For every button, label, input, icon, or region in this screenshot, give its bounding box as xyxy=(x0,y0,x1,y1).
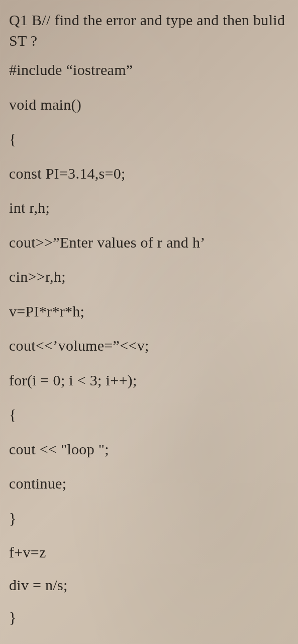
code-line-cout-volume: cout<<’volume=”<<v; xyxy=(9,336,289,356)
code-line-cout-loop: cout << "loop "; xyxy=(9,439,289,460)
code-line-cout-prompt: cout>>”Enter values of r and h’ xyxy=(9,232,289,253)
code-line-brace-close-2: } xyxy=(9,607,289,628)
code-line-const: const PI=3.14,s=0; xyxy=(9,164,289,184)
code-line-v-assign: v=PI*r*r*h; xyxy=(9,301,289,322)
code-line-brace-open: { xyxy=(9,129,289,149)
question-header: Q1 B// find the error and type and then … xyxy=(9,10,289,51)
code-line-int: int r,h; xyxy=(9,198,289,218)
code-line-brace-open-2: { xyxy=(9,405,289,425)
code-line-brace-close: } xyxy=(9,508,289,529)
code-line-fvz: f+v=z xyxy=(9,542,289,563)
code-line-include: #include “iostream” xyxy=(9,60,289,80)
code-line-continue: continue; xyxy=(9,473,289,494)
code-line-cin: cin>>r,h; xyxy=(9,267,289,287)
code-line-main: void main() xyxy=(9,95,289,115)
code-line-div: div = n/s; xyxy=(9,575,289,596)
code-line-for: for(i = 0; i < 3; i++); xyxy=(9,370,289,391)
